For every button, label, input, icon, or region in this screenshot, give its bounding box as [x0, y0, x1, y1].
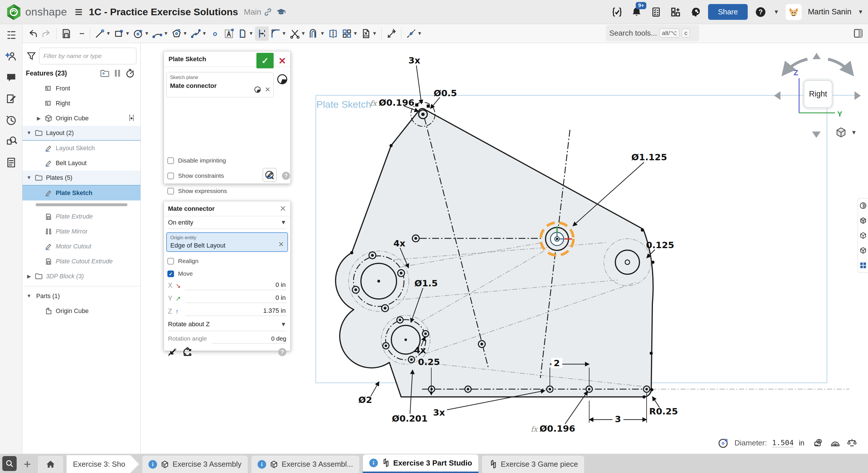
tool-mirror[interactable]	[326, 26, 340, 41]
expander-expanded-icon[interactable]: ▼	[24, 130, 34, 136]
hidden-edges-view-button[interactable]	[859, 231, 867, 240]
tool-text[interactable]	[222, 26, 236, 41]
isometric-view-button[interactable]	[859, 246, 867, 255]
mate-dialog-close-icon[interactable]: ✕	[280, 204, 286, 213]
tab-search-button[interactable]	[2, 456, 17, 471]
tool-slot[interactable]: ▼	[236, 26, 255, 41]
dimension-label[interactable]: 2	[551, 358, 562, 368]
tool-sheet-metal[interactable]	[59, 26, 73, 41]
dimension-label[interactable]: 3	[613, 414, 623, 424]
chevron-down-icon[interactable]: ▼	[282, 31, 286, 36]
tool-spline[interactable]: ▼	[189, 26, 208, 41]
rail-history-button[interactable]	[4, 113, 18, 127]
feature-item-plate-extrude[interactable]: Plate Extrude	[22, 209, 141, 224]
chevron-down-icon[interactable]: ▼	[249, 31, 253, 36]
expander-collapsed-icon[interactable]: ▶	[24, 273, 34, 279]
offset-x-field[interactable]: X↘0 in	[168, 281, 286, 290]
tasks-icon[interactable]	[650, 5, 663, 19]
tool-polygon[interactable]: ▼	[170, 26, 189, 41]
chevron-down-icon[interactable]: ▼	[125, 31, 130, 36]
info-icon[interactable]	[369, 459, 378, 467]
shaded-view-button[interactable]	[859, 216, 867, 225]
tool-construction[interactable]: ▼	[404, 26, 424, 41]
chevron-down-icon[interactable]: ▼	[145, 31, 149, 36]
checkbox-box[interactable]	[167, 173, 174, 179]
notifications-icon[interactable]: 9+	[630, 5, 643, 19]
workspace-name[interactable]: Main	[244, 7, 261, 17]
dimension-label[interactable]: fxØ0.196	[370, 97, 414, 108]
offset-value[interactable]: 0 in	[185, 294, 286, 303]
feature-item-plates-5-[interactable]: ▼Plates (5)	[22, 171, 141, 185]
feature-item-layout-2-[interactable]: ▼Layout (2)	[22, 126, 141, 141]
expander-expanded-icon[interactable]: ▼	[24, 293, 34, 299]
checkbox-box[interactable]	[167, 188, 174, 195]
suppress-icon[interactable]	[111, 69, 124, 78]
tool-revolve[interactable]	[73, 26, 87, 41]
origin-entity-field[interactable]: Origin entity Edge of Belt Layout ✕	[166, 232, 288, 252]
grid-view-button[interactable]	[859, 261, 867, 270]
tab-exercise-3-game-piece[interactable]: Exercise 3 Game piece	[482, 455, 585, 473]
right-panel-toggle-icon[interactable]	[852, 28, 864, 39]
rail-edit-properties-button[interactable]	[4, 92, 18, 106]
checkbox-disable-imprinting[interactable]: Disable imprinting	[167, 157, 226, 164]
expander-collapsed-icon[interactable]: ▶	[34, 115, 44, 121]
dimension-label[interactable]: Ø0.201	[392, 413, 428, 423]
tool-pattern[interactable]: ▼	[340, 26, 359, 41]
new-folder-icon[interactable]	[98, 69, 111, 78]
mate-mode-dropdown[interactable]: On entity ▼	[168, 216, 286, 229]
reorient-secondary-axis-icon[interactable]	[182, 347, 193, 357]
checkbox-move[interactable]: ✓Move	[167, 270, 290, 277]
feature-item-parts-1-[interactable]: ▼Parts (1)	[22, 289, 141, 303]
onshape-logo[interactable]	[6, 3, 22, 21]
origin-clear-icon[interactable]: ✕	[278, 240, 284, 248]
new-tab-button[interactable]: +	[20, 456, 34, 473]
clear-selection-icon[interactable]: ✕	[265, 86, 271, 94]
mate-dialog-help-icon[interactable]: ?	[278, 348, 286, 356]
tool-point[interactable]	[208, 26, 222, 41]
link-icon[interactable]	[261, 5, 275, 19]
tool-rectangle[interactable]: ▼	[112, 26, 131, 41]
offset-y-field[interactable]: Y↗0 in	[168, 294, 286, 303]
checkbox-box[interactable]: ✓	[167, 270, 174, 277]
tab-exercise-3-sho[interactable]: Exercise 3: Sho	[67, 455, 139, 473]
apps-icon[interactable]	[669, 5, 682, 19]
rotate-axis-dropdown[interactable]: Rotate about Z ▼	[168, 321, 286, 331]
tool-redo[interactable]	[40, 26, 53, 41]
info-icon[interactable]	[149, 460, 157, 469]
feature-item-3dp-block-3-[interactable]: ▶3DP Block (3)	[22, 269, 141, 284]
checkbox-box[interactable]	[167, 258, 174, 265]
checkbox-realign[interactable]: Realign	[167, 258, 290, 265]
commit-button[interactable]: ✓	[256, 53, 274, 68]
rail-notes-button[interactable]	[4, 156, 18, 170]
home-tab[interactable]	[37, 455, 64, 473]
feature-item-belt-layout[interactable]: Belt Layout	[22, 156, 141, 171]
tool-circle[interactable]: ▼	[131, 26, 151, 41]
dimension-label[interactable]: 3x	[433, 407, 445, 418]
viewcube-menu[interactable]: ▼	[835, 126, 857, 139]
help-caret-icon[interactable]: ▼	[774, 9, 779, 15]
dimension-label[interactable]: R0.25	[649, 406, 678, 416]
chevron-down-icon[interactable]: ▼	[106, 31, 111, 36]
learning-icon[interactable]	[688, 5, 702, 19]
offset-value[interactable]: 0 in	[185, 281, 286, 290]
dimension-label[interactable]: fxØ0.196	[531, 423, 576, 434]
rollback-icon[interactable]	[124, 68, 136, 78]
tape-measure-icon[interactable]	[813, 438, 824, 448]
idler-circle[interactable]	[615, 250, 640, 274]
feature-item-plate-mirror[interactable]: Plate Mirror	[22, 224, 141, 239]
chevron-down-icon[interactable]: ▼	[320, 31, 325, 36]
viewcube-caret-icon[interactable]: ▼	[851, 129, 857, 136]
feature-item-plate-cutout-extrude[interactable]: Plate Cutout Extrude	[22, 254, 141, 269]
flip-primary-axis-icon[interactable]	[167, 347, 178, 357]
tool-undo[interactable]	[26, 26, 40, 41]
filter-input[interactable]	[39, 48, 136, 64]
feature-item-plate-sketch[interactable]: Plate Sketch	[22, 185, 141, 201]
search-tools-input[interactable]: Search tools... alt/⌥ c	[606, 25, 699, 41]
mate-connector-button[interactable]	[277, 74, 288, 85]
tool-fillet[interactable]: ▼	[269, 26, 288, 41]
user-name[interactable]: Martin Sanin	[808, 7, 851, 17]
dimension-label[interactable]: 0.25	[418, 357, 440, 367]
status-value[interactable]: 1.504	[772, 439, 794, 447]
cancel-button[interactable]: ✕	[277, 55, 288, 66]
checkbox-box[interactable]	[167, 157, 174, 164]
